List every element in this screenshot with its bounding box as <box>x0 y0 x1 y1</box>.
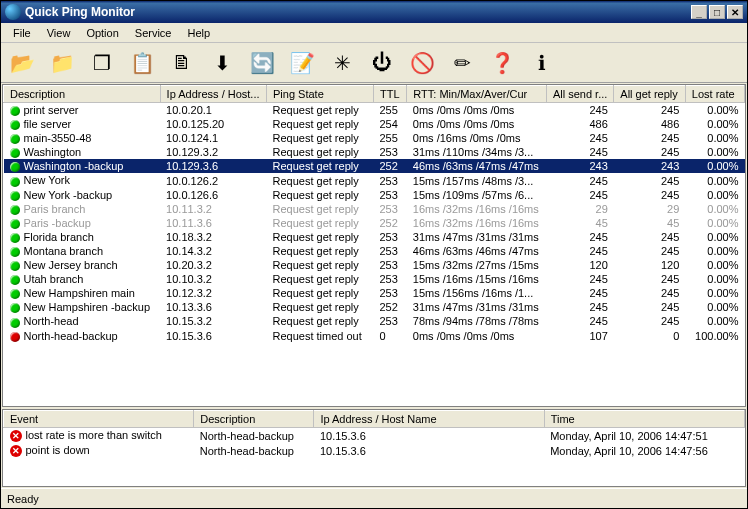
table-row[interactable]: New Jersey branch10.20.3.2Request get re… <box>4 258 745 272</box>
info-icon[interactable]: ℹ <box>525 46 559 80</box>
event-row[interactable]: ✕lost rate is more than switchNorth-head… <box>4 428 745 444</box>
close-button[interactable]: ✕ <box>727 5 743 19</box>
maximize-button[interactable]: □ <box>709 5 725 19</box>
cell: 10.15.3.6 <box>314 428 544 444</box>
column-header[interactable]: Ping State <box>267 86 374 103</box>
disable-icon[interactable]: 🚫 <box>405 46 439 80</box>
cell: 15ms /16ms /15ms /16ms <box>407 272 547 286</box>
table-row[interactable]: North-head-backup10.15.3.6Request timed … <box>4 329 745 343</box>
cell: 0.00% <box>685 202 744 216</box>
table-row[interactable]: North-head10.15.3.2Request get reply2537… <box>4 314 745 328</box>
menu-service[interactable]: Service <box>127 25 180 41</box>
cell: Request get reply <box>267 103 374 118</box>
cell: 255 <box>374 131 407 145</box>
table-row[interactable]: New York -backup10.0.126.6Request get re… <box>4 188 745 202</box>
column-header[interactable]: Lost rate <box>685 86 744 103</box>
cell: 245 <box>614 103 686 118</box>
cell: 243 <box>546 159 613 173</box>
event-column-header[interactable]: Ip Address / Host Name <box>314 411 544 428</box>
note-icon[interactable]: 📝 <box>285 46 319 80</box>
edit-icon[interactable]: ✏ <box>445 46 479 80</box>
cell: 0.00% <box>685 314 744 328</box>
window-title: Quick Ping Monitor <box>25 5 691 19</box>
table-row[interactable]: Washington10.129.3.2Request get reply253… <box>4 145 745 159</box>
copy-icon[interactable]: ❐ <box>85 46 119 80</box>
cell: 100.00% <box>685 329 744 343</box>
cell: Washington <box>4 145 161 159</box>
cell: 245 <box>546 131 613 145</box>
menu-option[interactable]: Option <box>78 25 126 41</box>
menu-view[interactable]: View <box>39 25 79 41</box>
cell: 45 <box>546 216 613 230</box>
table-row[interactable]: Florida branch10.18.3.2Request get reply… <box>4 230 745 244</box>
cell: 10.129.3.6 <box>160 159 266 173</box>
cell: 10.129.3.2 <box>160 145 266 159</box>
menu-help[interactable]: Help <box>180 25 219 41</box>
cell: North-head-backup <box>194 428 314 444</box>
table-row[interactable]: Utah branch10.10.3.2Request get reply253… <box>4 272 745 286</box>
stop-icon[interactable]: ⏻ <box>365 46 399 80</box>
cell: Monday, April 10, 2006 14:47:51 <box>544 428 744 444</box>
cell: 253 <box>374 258 407 272</box>
cell: 252 <box>374 159 407 173</box>
event-column-header[interactable]: Time <box>544 411 744 428</box>
cell: 245 <box>614 300 686 314</box>
column-header[interactable]: All get reply <box>614 86 686 103</box>
minimize-button[interactable]: _ <box>691 5 707 19</box>
cell: 0.00% <box>685 300 744 314</box>
table-row[interactable]: New Hampshiren -backup10.13.3.6Request g… <box>4 300 745 314</box>
table-row[interactable]: Paris -backup10.11.3.6Request get reply2… <box>4 216 745 230</box>
table-row[interactable]: Paris branch10.11.3.2Request get reply25… <box>4 202 745 216</box>
new-doc-icon[interactable]: 🗎 <box>165 46 199 80</box>
cell: 31ms /47ms /31ms /31ms <box>407 300 547 314</box>
menu-file[interactable]: File <box>5 25 39 41</box>
cell: 0.00% <box>685 230 744 244</box>
cell: 120 <box>614 258 686 272</box>
refresh-icon[interactable]: 🔄 <box>245 46 279 80</box>
event-column-header[interactable]: Event <box>4 411 194 428</box>
column-header[interactable]: Description <box>4 86 161 103</box>
paste-icon[interactable]: 📋 <box>125 46 159 80</box>
save-folder-icon[interactable]: 📁 <box>45 46 79 80</box>
column-header[interactable]: All send r... <box>546 86 613 103</box>
event-column-header[interactable]: Description <box>194 411 314 428</box>
column-header[interactable]: RTT: Min/Max/Aver/Cur <box>407 86 547 103</box>
cell: 253 <box>374 173 407 187</box>
cell: Request get reply <box>267 145 374 159</box>
cell: 0.00% <box>685 188 744 202</box>
asterisk-icon[interactable]: ✳ <box>325 46 359 80</box>
cell: North-head-backup <box>4 329 161 343</box>
cell: 245 <box>546 103 613 118</box>
table-row[interactable]: New Hampshiren main10.12.3.2Request get … <box>4 286 745 300</box>
cell: 0.00% <box>685 272 744 286</box>
arrow-down-icon[interactable]: ⬇ <box>205 46 239 80</box>
event-grid[interactable]: EventDescriptionIp Address / Host NameTi… <box>2 409 746 487</box>
cell: 10.15.3.6 <box>160 329 266 343</box>
cell: file server <box>4 117 161 131</box>
cell: Request get reply <box>267 131 374 145</box>
open-folder-icon[interactable]: 📂 <box>5 46 39 80</box>
cell: 245 <box>614 188 686 202</box>
table-row[interactable]: print server10.0.20.1Request get reply25… <box>4 103 745 118</box>
table-row[interactable]: Washington -backup10.129.3.6Request get … <box>4 159 745 173</box>
cell: Request get reply <box>267 314 374 328</box>
cell: 31ms /47ms /31ms /31ms <box>407 230 547 244</box>
cell: Monday, April 10, 2006 14:47:56 <box>544 443 744 458</box>
help-icon[interactable]: ❓ <box>485 46 519 80</box>
status-dot-icon <box>10 162 20 172</box>
table-row[interactable]: main-3550-4810.0.124.1Request get reply2… <box>4 131 745 145</box>
cell: 486 <box>546 117 613 131</box>
status-dot-icon <box>10 332 20 342</box>
table-row[interactable]: Montana branch10.14.3.2Request get reply… <box>4 244 745 258</box>
column-header[interactable]: TTL <box>374 86 407 103</box>
event-row[interactable]: ✕point is downNorth-head-backup10.15.3.6… <box>4 443 745 458</box>
cell: print server <box>4 103 161 118</box>
cell: Request get reply <box>267 258 374 272</box>
table-row[interactable]: New York10.0.126.2Request get reply25315… <box>4 173 745 187</box>
cell: 29 <box>614 202 686 216</box>
cell: Request get reply <box>267 244 374 258</box>
column-header[interactable]: Ip Address / Host... <box>160 86 266 103</box>
table-row[interactable]: file server10.0.125.20Request get reply2… <box>4 117 745 131</box>
cell: 245 <box>546 145 613 159</box>
host-grid[interactable]: DescriptionIp Address / Host...Ping Stat… <box>2 84 746 407</box>
